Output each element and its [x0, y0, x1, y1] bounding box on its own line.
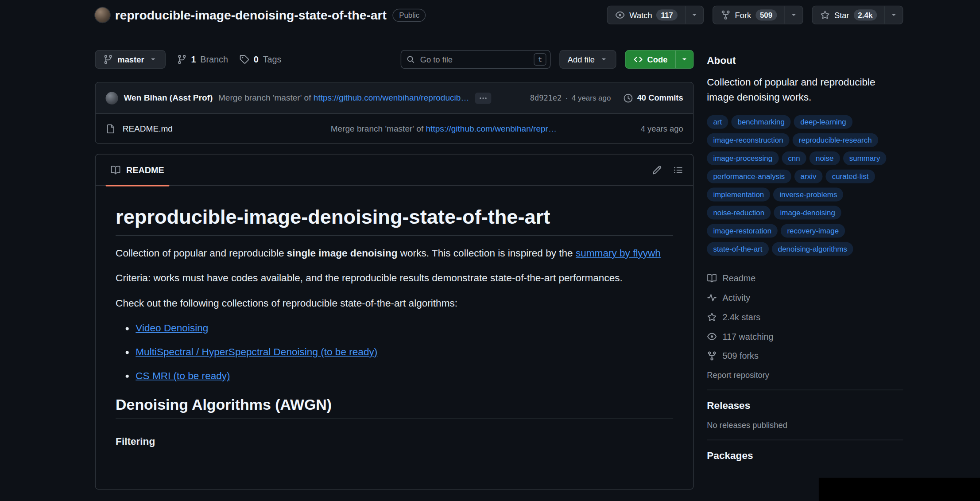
sidebar-item-activity[interactable]: Activity [707, 288, 903, 307]
topic-pill[interactable]: implementation [707, 188, 770, 202]
git-branch-icon [103, 54, 113, 65]
repo-title[interactable]: reproducible-image-denoising-state-of-th… [115, 8, 387, 22]
sidebar-divider [707, 440, 903, 440]
topic-pill[interactable]: inverse-problems [773, 188, 843, 202]
video-denoising-link[interactable]: Video Denoising [136, 323, 208, 334]
topic-pill[interactable]: denoising-algorithms [772, 242, 854, 256]
github-repo-page: reproducible-image-denoising-state-of-th… [0, 0, 980, 501]
watch-label: Watch [629, 10, 652, 19]
sidebar-item-stars[interactable]: 2.4k stars [707, 307, 903, 326]
readme-content: reproducible-image-denoising-state-of-th… [96, 186, 693, 489]
topic-pill[interactable]: summary [843, 151, 887, 165]
book-icon [707, 273, 717, 283]
file-name-link[interactable]: README.md [123, 124, 173, 133]
watch-button[interactable]: Watch 117 [608, 6, 685, 24]
add-file-button[interactable]: Add file [560, 50, 616, 68]
readme-tab-label: README [126, 165, 164, 175]
topic-pill[interactable]: art [707, 115, 728, 129]
current-branch-label: master [117, 55, 144, 64]
sidebar-item-forks[interactable]: 509 forks [707, 346, 903, 365]
file-browser: Wen Bihan (Asst Prof) Merge branch 'mast… [95, 82, 694, 144]
code-dropdown-button[interactable] [675, 50, 693, 68]
releases-empty-text: No releases published [707, 420, 903, 430]
star-button[interactable]: Star 2.4k [813, 6, 885, 24]
commit-author-avatar[interactable] [106, 92, 118, 104]
tab-readme[interactable]: README [106, 154, 169, 186]
tags-link[interactable]: 0 Tags [239, 54, 281, 65]
summary-link[interactable]: summary by flyywh [576, 248, 661, 258]
branch-selector: master [95, 50, 166, 69]
chevron-down-icon [889, 11, 898, 19]
file-commit-time: 4 years ago [641, 124, 683, 133]
readme-paragraph-3: Check out the following collections of r… [116, 296, 673, 311]
fork-dropdown-button[interactable] [784, 6, 802, 24]
table-row[interactable]: README.md Merge branch 'master' of https… [96, 114, 693, 143]
topics-list: art benchmarking deep-learning image-rec… [707, 115, 903, 256]
branch-selector-button[interactable]: master [96, 50, 165, 68]
topic-pill[interactable]: image-restoration [707, 224, 778, 237]
fork-button[interactable]: Fork 509 [713, 6, 784, 24]
fork-icon [720, 10, 731, 20]
topic-pill[interactable]: image-processing [707, 151, 779, 165]
history-icon [624, 93, 634, 103]
search-icon [407, 55, 415, 64]
commit-kebab-button[interactable] [475, 92, 491, 103]
commit-hash[interactable]: 8d921e2 [530, 93, 562, 102]
code-button-group: Code [625, 50, 694, 69]
topic-pill[interactable]: state-of-the-art [707, 242, 768, 256]
report-repository-link[interactable]: Report repository [707, 370, 903, 380]
about-description: Collection of popular and reproducible i… [707, 75, 903, 105]
tags-count: 0 [254, 54, 259, 65]
fork-button-group: Fork 509 [713, 6, 803, 24]
file-commit-link[interactable]: https://github.com/wenbihan/repr… [426, 124, 557, 133]
chevron-down-icon [789, 11, 798, 19]
topic-pill[interactable]: noise [810, 151, 840, 165]
readme-header: README [96, 155, 693, 186]
packages-title: Packages [707, 451, 903, 462]
fork-label: Fork [735, 10, 751, 19]
topic-pill[interactable]: benchmarking [731, 115, 791, 129]
topic-pill[interactable]: deep-learning [794, 115, 852, 129]
topic-pill[interactable]: noise-reduction [707, 206, 771, 220]
commit-time: 4 years ago [572, 93, 611, 102]
watch-dropdown-button[interactable] [685, 6, 703, 24]
cs-mri-link[interactable]: CS MRI (to be ready) [136, 370, 230, 381]
sidebar-item-watching[interactable]: 117 watching [707, 326, 903, 346]
topic-pill[interactable]: image-denoising [774, 206, 841, 220]
topic-pill[interactable]: recovery-image [781, 224, 845, 237]
topic-pill[interactable]: curated-list [826, 170, 875, 183]
add-file-button-group: Add file [559, 50, 616, 69]
commits-history-link[interactable]: 40 Commits [624, 93, 683, 103]
list-icon[interactable] [673, 165, 683, 175]
readme-paragraph-1: Collection of popular and reproducible s… [116, 246, 673, 261]
topic-pill[interactable]: image-reconstruction [707, 133, 789, 147]
list-item: Video Denoising [136, 321, 673, 336]
tags-count-label: Tags [263, 54, 282, 65]
goto-file-input[interactable] [401, 50, 550, 68]
commit-author[interactable]: Wen Bihan (Asst Prof) [124, 93, 213, 102]
screen-artifact-overlay [819, 478, 980, 501]
list-item: MultiSpectral / HyperSpepctral Denoising… [136, 345, 673, 360]
releases-title: Releases [707, 400, 903, 412]
goto-file-search: t [401, 50, 551, 69]
topic-pill[interactable]: reproducible-research [793, 133, 878, 147]
file-icon [106, 124, 116, 134]
commit-message-link[interactable]: https://github.com/wenbihan/reproducib… [314, 93, 469, 102]
activity-icon [707, 292, 717, 303]
sidebar-item-readme[interactable]: Readme [707, 268, 903, 288]
multispectral-denoising-link[interactable]: MultiSpectral / HyperSpepctral Denoising… [136, 346, 377, 357]
branches-link[interactable]: 1 Branch [177, 54, 228, 65]
visibility-badge: Public [393, 8, 426, 22]
repo-owner-avatar[interactable] [95, 8, 110, 23]
branch-count: 1 [191, 54, 196, 65]
repo-toolbar: master 1 Branch 0 Tags [95, 50, 694, 69]
commit-message: Merge branch 'master' of https://github.… [218, 93, 469, 102]
topic-pill[interactable]: performance-analysis [707, 170, 791, 183]
fork-icon [707, 350, 717, 361]
pencil-icon[interactable] [652, 165, 662, 175]
star-dropdown-button[interactable] [884, 6, 903, 24]
topic-pill[interactable]: cnn [782, 151, 806, 165]
topic-pill[interactable]: arxiv [794, 170, 822, 183]
code-button[interactable]: Code [625, 50, 675, 68]
about-title: About [707, 55, 903, 66]
